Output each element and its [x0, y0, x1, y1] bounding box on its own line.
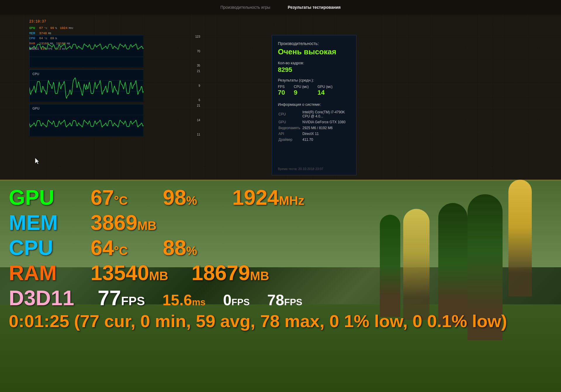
tab-performance[interactable]: Производительность игры	[217, 4, 273, 11]
d3d-label-small: D3D11	[29, 46, 39, 52]
result-gpu: GPU (мс) 14	[317, 85, 333, 96]
d3d-stat-row: D3D11 136 FPS 7.3 ms	[29, 46, 73, 52]
results-panel: Производительность: Очень высокая Кол-во…	[272, 35, 356, 175]
ram-val-small: 13166	[39, 41, 49, 46]
big-d3d-zero-unit: FPS	[231, 297, 250, 308]
gpu-label-small: GPU	[29, 26, 38, 31]
cpu-chart-values: 21 9 6	[197, 70, 200, 102]
big-gpu-label: GPU	[9, 185, 67, 209]
big-ram-row: RAM 13540 MB 18679 MB	[9, 261, 507, 285]
big-cpu-row: CPU 64 °C 88 %	[9, 236, 507, 260]
cursor	[35, 158, 41, 165]
mem-stat-row: MEM 3748 MB	[29, 31, 73, 36]
cpu-label-small: CPU	[29, 36, 38, 41]
gpu-chart-container: GPU 21 14 11	[29, 104, 187, 136]
big-d3d-fps-unit: FPS	[121, 294, 145, 308]
big-mem-val: 3869	[91, 211, 137, 235]
perf-label: Производительность:	[278, 41, 350, 46]
results-timestamp: Время теста: 20.10.2018 23:07	[278, 167, 323, 171]
gpu-chart-values: 21 14 11	[197, 104, 200, 136]
big-stats-overlay: GPU 67 °C 98 % 1924 MHz MEM 3869 MB CPU …	[0, 180, 516, 337]
big-gpu-clock: 1924	[232, 185, 279, 209]
fps-chart-values: 123 70 35	[195, 35, 200, 67]
gpu-temp-small: 67	[39, 26, 43, 31]
big-mem-row: MEM 3869 MB	[9, 211, 507, 235]
big-mem-label: MEM	[9, 211, 67, 235]
ram-val2-small: 18198	[56, 41, 66, 46]
cpu-temp-small: 64	[39, 36, 43, 41]
sysinfo-vram-row: Видеопамять 2925 М6 / 8192 М6	[278, 125, 350, 131]
cpu-chart-box: CPU	[29, 70, 143, 102]
big-d3d-ms-unit: ms	[192, 297, 205, 308]
frames-label: Кол-во кадров:	[278, 61, 350, 65]
big-d3d-ms: 15.6	[162, 291, 192, 309]
cpu-chart-label: CPU	[32, 72, 39, 76]
sysinfo-label: Информация о системе:	[278, 102, 350, 107]
sysinfo-cpu-value: Intel(R) Core(TM) i7-4790K CPU @ 4.0...	[302, 110, 350, 119]
big-cpu-label: CPU	[9, 236, 67, 260]
sysinfo-api-row: API DirectX 11	[278, 131, 350, 136]
big-gpu-clock-unit: MHz	[279, 194, 304, 208]
cpu-chart-mid: 9	[198, 84, 200, 87]
cpu-load-small: 69	[50, 36, 54, 41]
fps-header: FPS	[278, 85, 285, 89]
ram-stat-row: RAM 13166 MB 18198 MB	[29, 41, 73, 46]
svg-marker-0	[35, 158, 39, 164]
sysinfo-gpu-value: NVIDIA GeForce GTX 1080	[302, 119, 350, 125]
sysinfo-api-value: DirectX 11	[302, 131, 350, 136]
d3d-fps-small: 136	[41, 46, 46, 52]
frames-value: 8295	[278, 66, 350, 74]
gpu-ms-result: 14	[317, 89, 333, 96]
big-ram-val: 13540	[91, 261, 149, 285]
perf-value: Очень высокая	[278, 47, 350, 56]
cpu-ms-header: CPU (мс)	[294, 85, 309, 89]
stats-overlay: 23:10:37 GPU 67 °c 99 % 1924 MHz MEM 374…	[29, 19, 73, 51]
big-gpu-load-unit: %	[186, 194, 197, 208]
sysinfo-driver-value: 411.70	[302, 137, 350, 142]
big-cpu-temp: 64	[91, 236, 114, 260]
big-d3d-fps: 77	[98, 286, 121, 310]
gpu-clock-small: 1924	[60, 26, 67, 31]
sysinfo-vram-value: 2925 М6 / 8192 М6	[302, 125, 350, 131]
big-cpu-temp-unit: °C	[114, 244, 128, 258]
big-timing-row: 0:01:25 (77 cur, 0 min, 59 avg, 78 max, …	[9, 311, 507, 331]
big-d3d-78: 78	[267, 291, 284, 309]
big-ram-label: RAM	[9, 261, 67, 285]
big-d3d-zero: 0	[223, 291, 231, 309]
fps-chart-bot: 35	[197, 64, 200, 67]
result-fps: FPS 70	[278, 85, 285, 96]
big-d3d-78-unit: FPS	[284, 297, 302, 308]
big-timing-text: 0:01:25 (77 cur, 0 min, 59 avg, 78 max, …	[9, 311, 507, 331]
cpu-chart-top: 21	[197, 70, 200, 73]
gpu-load-small: 99	[50, 26, 54, 31]
gpu-stat-row: GPU 67 °c 99 % 1924 MHz	[29, 26, 73, 31]
cpu-chart-bot: 6	[198, 98, 200, 102]
top-section: Производительность игры Результаты тести…	[0, 0, 561, 180]
result-cpu: CPU (мс) 9	[294, 85, 309, 96]
d3d-ms-small: 7.3	[55, 46, 61, 52]
big-d3d-row: D3D11 77 FPS 15.6 ms 0 FPS 78 FPS	[9, 286, 507, 310]
sysinfo-gpu-row: GPU NVIDIA GeForce GTX 1080	[278, 119, 350, 125]
sysinfo-cpu-row: CPU Intel(R) Core(TM) i7-4790K CPU @ 4.0…	[278, 110, 350, 119]
big-ram-val2: 18679	[192, 261, 250, 285]
fps-chart-top: 123	[195, 35, 200, 38]
sysinfo-api-label: API	[278, 131, 302, 136]
sysinfo-cpu-label: CPU	[278, 110, 302, 119]
big-gpu-row: GPU 67 °C 98 % 1924 MHz	[9, 185, 507, 209]
gpu-chart-bot: 11	[197, 133, 200, 136]
tab-results[interactable]: Результаты тестирования	[285, 4, 344, 11]
big-gpu-load: 98	[163, 185, 186, 209]
gpu-ms-header: GPU (мс)	[317, 85, 333, 89]
avg-label: Результаты (средн.):	[278, 78, 350, 82]
big-gpu-temp: 67	[91, 185, 114, 209]
cpu-chart-container: CPU 21 9 6	[29, 70, 187, 102]
cpu-stat-row: CPU 64 °c 69 %	[29, 36, 73, 41]
big-gpu-temp-unit: °C	[114, 194, 128, 208]
big-mem-unit: MB	[137, 219, 156, 233]
big-ram-unit: MB	[149, 269, 168, 283]
fps-chart-mid: 70	[197, 50, 200, 53]
sysinfo-vram-label: Видеопамять	[278, 125, 302, 131]
big-cpu-load: 88	[163, 236, 186, 260]
divider	[0, 180, 561, 181]
ram-label-small: RAM	[29, 41, 38, 46]
